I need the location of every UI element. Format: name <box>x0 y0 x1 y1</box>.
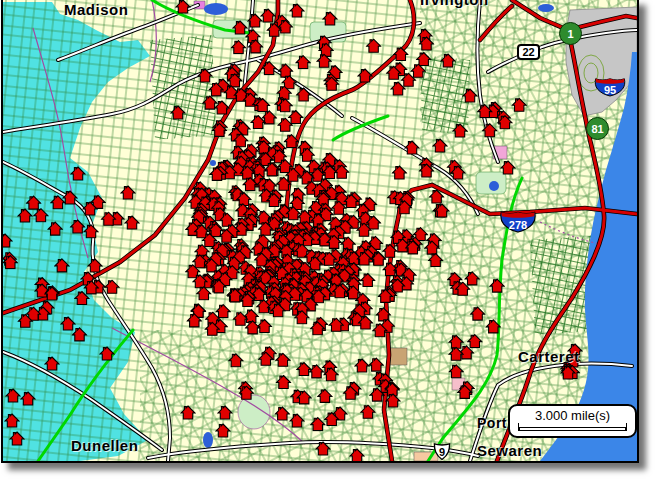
gis-map-window: Madison Irvington Carteret Port Sewaren … <box>0 0 656 485</box>
place-label-carteret: Carteret <box>518 348 580 365</box>
map-panel[interactable]: Madison Irvington Carteret Port Sewaren … <box>1 0 639 463</box>
route-22-shield-icon: 22 <box>517 44 540 60</box>
scale-bar: 3.000 mile(s) <box>508 404 637 438</box>
place-label-dunellen: Dunellen <box>71 437 138 454</box>
route-1-circle-shield-icon: 1 <box>559 22 582 45</box>
interstate-95-shield-icon: 95 <box>594 75 626 97</box>
place-label-irvington: Irvington <box>420 0 489 8</box>
place-label-sewaren: Sewaren <box>477 442 542 459</box>
scale-bar-ruler <box>518 423 627 431</box>
route-9-shield-icon: 9 <box>432 442 452 461</box>
interstate-278-shield-icon: 278 <box>498 208 538 233</box>
map-image[interactable] <box>3 0 637 461</box>
scale-bar-label: 3.000 mile(s) <box>510 408 635 423</box>
place-label-port: Port <box>477 415 507 431</box>
route-81-circle-shield-icon: 81 <box>586 117 609 140</box>
dense-woods-1 <box>150 35 216 140</box>
place-label-madison: Madison <box>64 1 128 18</box>
